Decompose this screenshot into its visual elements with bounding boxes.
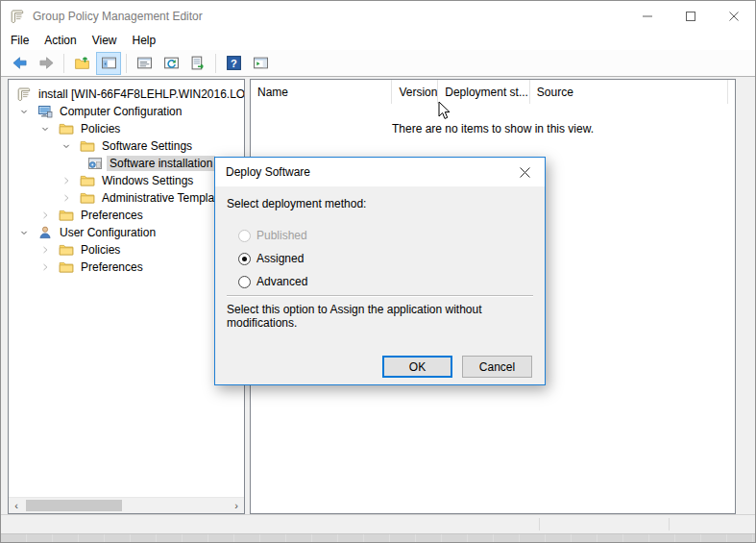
radio-unselected-icon[interactable] xyxy=(238,276,251,288)
console-tree-pane: install [WIN-66F4F8LEHLP.WIN2016.LOCALCo… xyxy=(8,79,245,514)
folder-icon xyxy=(80,190,95,206)
tree-item-label: install [WIN-66F4F8LEHLP.WIN2016.LOCAL xyxy=(36,86,245,102)
window-title: Group Policy Management Editor xyxy=(33,10,203,23)
toolbar-show-action-pane-button[interactable] xyxy=(248,52,273,75)
minimize-button[interactable] xyxy=(625,1,669,31)
radio-option-assigned[interactable]: Assigned xyxy=(238,252,304,265)
radio-label: Advanced xyxy=(256,275,307,288)
toolbar-refresh-button[interactable] xyxy=(159,52,183,75)
chevron-expanded-icon[interactable] xyxy=(16,104,37,119)
list-column-headers: NameVersionDeployment st...Source xyxy=(251,80,735,104)
tree-item-computer-configuration[interactable]: Computer Configuration xyxy=(9,103,244,120)
dialog-separator xyxy=(227,295,533,297)
empty-list-message: There are no items to show in this view. xyxy=(251,122,735,136)
show-action-pane-icon xyxy=(253,55,269,71)
menu-bar: FileActionViewHelp xyxy=(1,31,755,50)
status-bar xyxy=(1,514,755,534)
dialog-title-bar: Deploy Software xyxy=(215,158,545,186)
tree-horizontal-scrollbar[interactable]: ‹ › xyxy=(9,497,244,513)
toolbar-separator xyxy=(63,54,64,73)
back-arrow-icon xyxy=(12,55,28,71)
folder-icon xyxy=(59,208,74,223)
dialog-close-button[interactable] xyxy=(504,158,545,186)
chevron-collapsed-icon[interactable] xyxy=(37,208,59,223)
tree-item-preferences[interactable]: Preferences xyxy=(9,259,244,276)
tree-item-user-configuration[interactable]: User Configuration xyxy=(9,224,244,241)
menu-help[interactable]: Help xyxy=(125,32,164,49)
svg-text:?: ? xyxy=(231,58,237,69)
window-controls xyxy=(625,1,755,31)
tree-item-preferences[interactable]: Preferences xyxy=(9,207,244,224)
toolbar-show-console-tree-button[interactable] xyxy=(96,52,121,75)
tree-item-install-win-66f4f8lehlp-win2016-local[interactable]: install [WIN-66F4F8LEHLP.WIN2016.LOCAL xyxy=(9,86,244,103)
scroll-left-arrow-icon[interactable]: ‹ xyxy=(9,498,24,513)
radio-unselected-icon xyxy=(238,230,251,242)
tree-item-label: Software Settings xyxy=(99,138,195,154)
tree-item-policies[interactable]: Policies xyxy=(9,241,244,259)
folder-icon xyxy=(80,173,95,188)
tree-item-label: Windows Settings xyxy=(99,173,196,188)
toolbar-properties-button[interactable] xyxy=(132,52,157,75)
toolbar-back-arrow-button[interactable] xyxy=(7,52,32,75)
tree-item-label: User Configuration xyxy=(57,225,159,240)
radio-selected-icon[interactable] xyxy=(238,253,251,265)
tree-item-label: Policies xyxy=(78,242,123,258)
menu-view[interactable]: View xyxy=(85,32,125,49)
column-header-source[interactable]: Source xyxy=(530,80,728,104)
deployment-method-prompt: Select deployment method: xyxy=(227,197,366,210)
toolbar-export-list-button[interactable] xyxy=(185,52,210,75)
cancel-button[interactable]: Cancel xyxy=(462,356,532,378)
chevron-collapsed-icon[interactable] xyxy=(37,259,59,275)
toolbar-up-one-level-button[interactable] xyxy=(69,52,94,75)
show-console-tree-icon xyxy=(101,55,117,71)
close-button[interactable] xyxy=(712,1,755,31)
toolbar-help-button[interactable]: ? xyxy=(221,52,246,75)
status-separator xyxy=(669,518,670,531)
close-icon xyxy=(729,12,739,21)
group-policy-editor-window: Group Policy Management Editor FileActio… xyxy=(0,0,756,543)
menu-action[interactable]: Action xyxy=(37,32,84,49)
chevron-collapsed-icon[interactable] xyxy=(59,190,80,206)
up-one-level-icon xyxy=(74,55,90,71)
tree-item-software-settings[interactable]: Software Settings xyxy=(9,137,244,155)
column-header-name[interactable]: Name xyxy=(251,80,392,104)
tree-item-windows-settings[interactable]: Windows Settings xyxy=(9,172,244,189)
option-description: Select this option to Assign the applica… xyxy=(227,303,545,330)
column-header-version[interactable]: Version xyxy=(392,80,438,104)
chevron-expanded-icon[interactable] xyxy=(16,225,37,240)
help-icon: ? xyxy=(226,55,242,71)
folder-icon xyxy=(59,121,74,136)
toolbar-forward-arrow-button[interactable] xyxy=(34,52,59,75)
tree-item-administrative-templates[interactable]: Administrative Templates xyxy=(9,189,244,207)
ok-button[interactable]: OK xyxy=(382,356,452,378)
radio-option-advanced[interactable]: Advanced xyxy=(238,275,307,288)
tree-item-label: Computer Configuration xyxy=(57,104,184,119)
scroll-right-arrow-icon[interactable]: › xyxy=(229,498,244,513)
tree-item-label: Administrative Templates xyxy=(99,190,232,206)
menu-file[interactable]: File xyxy=(3,32,37,49)
refresh-icon xyxy=(163,55,180,71)
tree-item-policies[interactable]: Policies xyxy=(9,120,244,137)
deploy-software-dialog: Deploy Software Select deployment method… xyxy=(214,157,546,385)
export-list-icon xyxy=(190,55,207,71)
minimize-icon xyxy=(643,12,652,21)
scrollbar-thumb[interactable] xyxy=(26,500,122,511)
folder-icon xyxy=(59,242,74,258)
toolbar: ? xyxy=(1,50,755,77)
taskbar-edge xyxy=(1,533,755,542)
chevron-expanded-icon[interactable] xyxy=(37,121,59,136)
scrollbar-track[interactable] xyxy=(24,498,229,513)
properties-icon xyxy=(136,55,153,71)
tree-item-software-installation[interactable]: Software installation xyxy=(9,155,244,172)
folder-icon xyxy=(59,259,74,275)
chevron-expanded-icon[interactable] xyxy=(59,138,80,154)
dialog-title: Deploy Software xyxy=(226,165,310,179)
toolbar-separator xyxy=(215,54,216,73)
chevron-collapsed-icon[interactable] xyxy=(59,173,80,188)
gpo-scroll-icon xyxy=(16,86,32,102)
chevron-collapsed-icon[interactable] xyxy=(37,242,59,258)
status-separator xyxy=(539,518,540,531)
tree-item-label: Software installation xyxy=(107,156,215,171)
maximize-button[interactable] xyxy=(669,1,712,31)
column-header-deployment-st[interactable]: Deployment st... xyxy=(438,80,530,104)
